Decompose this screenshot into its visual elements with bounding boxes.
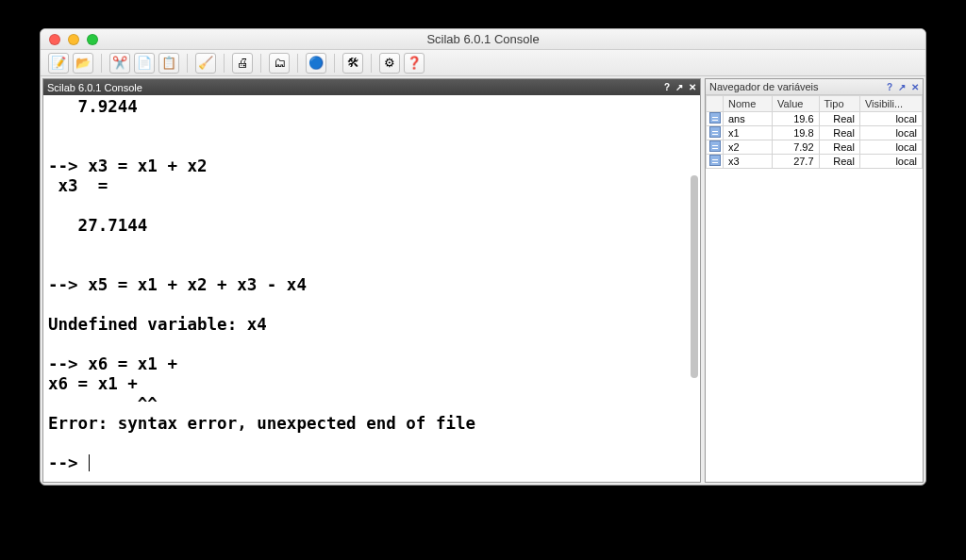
titlebar: Scilab 6.0.1 Console	[41, 29, 925, 50]
console-panel-controls: ? ↗ ✕	[664, 82, 696, 92]
separator	[260, 54, 261, 73]
edit-button[interactable]: 📝	[48, 53, 69, 74]
separator	[224, 54, 225, 73]
toolbar: 📝 📂 ✂️ 📄 📋 🧹 🖨 🗂 🔵 🛠 ⚙ ❓	[41, 50, 925, 76]
var-type: Real	[819, 155, 859, 169]
gear-button[interactable]: ⚙	[379, 53, 400, 74]
console-panel: Scilab 6.0.1 Console ? ↗ ✕ 7.9244 --> x3…	[42, 78, 701, 483]
table-row[interactable]: x1 19.8 Real local	[707, 126, 923, 140]
var-name: x2	[724, 140, 773, 155]
panel-help-icon[interactable]: ?	[664, 82, 670, 92]
clear-button[interactable]: 🧹	[195, 53, 216, 74]
variable-panel-header: Navegador de variáveis ? ↗ ✕	[706, 79, 923, 95]
value-header[interactable]: Value	[773, 96, 819, 112]
separator	[187, 54, 188, 73]
table-row[interactable]: ans 19.6 Real local	[707, 112, 923, 126]
cut-button[interactable]: ✂️	[109, 53, 130, 74]
zoom-window-button[interactable]	[87, 34, 98, 45]
separator	[101, 54, 102, 73]
matrix-icon	[707, 112, 724, 126]
var-name: ans	[724, 112, 773, 126]
console-body[interactable]: 7.9244 --> x3 = x1 + x2 x3 = 27.7144 -->…	[43, 95, 700, 482]
var-vis: local	[859, 126, 922, 140]
console-panel-title: Scilab 6.0.1 Console	[47, 82, 142, 93]
matrix-icon	[707, 140, 724, 155]
panel-undock-icon[interactable]: ↗	[675, 82, 683, 92]
icon-header[interactable]	[707, 96, 724, 112]
variable-panel-controls: ? ↗ ✕	[887, 82, 919, 92]
panel-undock-icon[interactable]: ↗	[898, 82, 906, 92]
tools-button[interactable]: 🛠	[342, 53, 363, 74]
separator	[371, 54, 372, 73]
app-window: Scilab 6.0.1 Console 📝 📂 ✂️ 📄 📋 🧹 🖨 🗂 🔵 …	[40, 28, 926, 486]
var-value: 27.7	[773, 155, 819, 169]
var-value: 19.6	[773, 112, 819, 126]
var-name: x1	[724, 126, 773, 140]
vis-header[interactable]: Visibili...	[859, 96, 922, 112]
var-type: Real	[819, 112, 859, 126]
panel-close-icon[interactable]: ✕	[911, 82, 919, 92]
matrix-icon	[707, 126, 724, 140]
minimize-window-button[interactable]	[68, 34, 79, 45]
variable-table: Nome Value Tipo Visibili... ans 19.6 Rea…	[706, 95, 923, 169]
table-header-row: Nome Value Tipo Visibili...	[707, 96, 923, 112]
folder-button[interactable]: 🗂	[269, 53, 290, 74]
open-button[interactable]: 📂	[73, 53, 93, 74]
var-type: Real	[819, 140, 859, 155]
var-vis: local	[859, 155, 922, 169]
name-header[interactable]: Nome	[724, 96, 773, 112]
vertical-scrollbar[interactable]	[691, 175, 698, 378]
var-vis: local	[859, 112, 922, 126]
variable-panel-title: Navegador de variáveis	[709, 81, 819, 92]
close-window-button[interactable]	[49, 34, 60, 45]
copy-button[interactable]: 📄	[134, 53, 155, 74]
var-value: 19.8	[773, 126, 819, 140]
table-row[interactable]: x2 7.92 Real local	[707, 140, 923, 155]
matrix-icon	[707, 155, 724, 169]
window-title: Scilab 6.0.1 Console	[41, 32, 925, 46]
panel-button[interactable]: 🔵	[306, 53, 326, 74]
help-button[interactable]: ❓	[404, 53, 425, 74]
variable-browser-panel: Navegador de variáveis ? ↗ ✕ Nome Value …	[705, 78, 924, 483]
separator	[334, 54, 335, 73]
panel-close-icon[interactable]: ✕	[689, 82, 696, 92]
panel-help-icon[interactable]: ?	[887, 82, 892, 92]
content-area: Scilab 6.0.1 Console ? ↗ ✕ 7.9244 --> x3…	[41, 76, 925, 485]
type-header[interactable]: Tipo	[819, 96, 859, 112]
print-button[interactable]: 🖨	[232, 53, 253, 74]
paste-button[interactable]: 📋	[158, 53, 179, 74]
var-value: 7.92	[773, 140, 819, 155]
table-row[interactable]: x3 27.7 Real local	[707, 155, 923, 169]
separator	[297, 54, 298, 73]
console-prompt: -->	[48, 453, 88, 472]
console-panel-header: Scilab 6.0.1 Console ? ↗ ✕	[43, 79, 700, 95]
variable-table-container: Nome Value Tipo Visibili... ans 19.6 Rea…	[706, 95, 923, 482]
var-type: Real	[819, 126, 859, 140]
window-controls	[41, 34, 98, 45]
var-vis: local	[859, 140, 922, 155]
console-output: 7.9244 --> x3 = x1 + x2 x3 = 27.7144 -->…	[43, 95, 700, 475]
var-name: x3	[724, 155, 773, 169]
text-cursor	[89, 454, 90, 471]
